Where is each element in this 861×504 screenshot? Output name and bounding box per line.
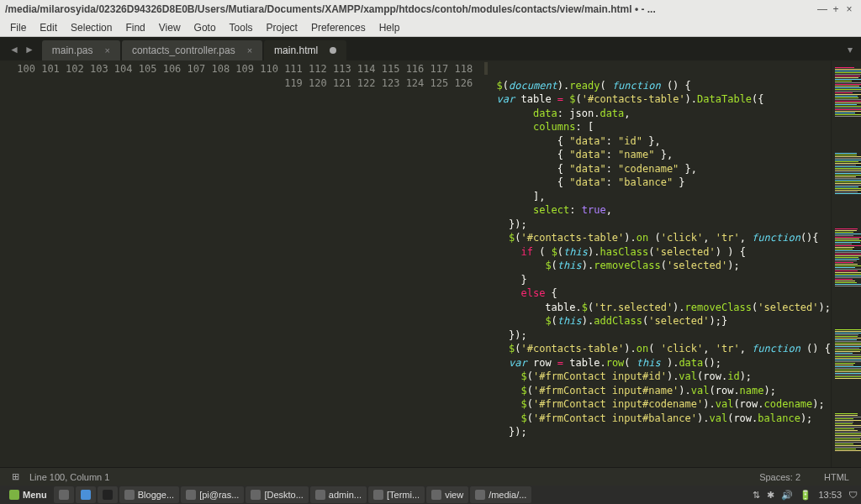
menu-selection[interactable]: Selection	[64, 22, 119, 34]
tab-close-icon[interactable]: ×	[104, 45, 109, 55]
mint-logo-icon	[9, 490, 19, 500]
menu-file[interactable]: File	[3, 22, 33, 34]
terminal-button[interactable]	[98, 486, 118, 503]
window-minimize-button[interactable]: —	[816, 3, 829, 15]
clock[interactable]: 13:53	[818, 490, 842, 500]
nav-forward-icon[interactable]: ►	[22, 44, 37, 55]
shield-icon[interactable]: 🛡	[848, 490, 858, 500]
taskbar-app-label: view	[445, 490, 463, 500]
tab-nav-arrows: ◄ ►	[5, 44, 42, 60]
statusbar-cursor-position[interactable]: Line 100, Column 1	[24, 472, 114, 482]
tab-close-icon[interactable]: ×	[247, 45, 252, 55]
menu-help[interactable]: Help	[372, 22, 407, 34]
start-menu-label: Menu	[23, 490, 47, 500]
bluetooth-icon[interactable]: ✱	[767, 490, 774, 501]
taskbar-app-label: /media/...	[489, 490, 526, 500]
code-editor[interactable]: 100 101 102 103 104 105 106 107 108 109 …	[0, 60, 861, 467]
app-icon	[251, 490, 261, 500]
terminal-icon	[103, 490, 113, 500]
menu-edit[interactable]: Edit	[33, 22, 64, 34]
volume-icon[interactable]: 🔊	[781, 490, 793, 501]
menu-project[interactable]: Project	[260, 22, 304, 34]
battery-icon[interactable]: 🔋	[800, 490, 811, 501]
window-maximize-button[interactable]: +	[829, 3, 843, 15]
window-close-button[interactable]: ×	[843, 3, 856, 15]
file-manager-button[interactable]	[76, 486, 96, 503]
app-icon	[124, 490, 135, 500]
window-titlebar: /media/milarosyida/02326D94326D8E0B/User…	[0, 0, 861, 18]
tab-contacts_controller-pas[interactable]: contacts_controller.pas×	[122, 40, 262, 60]
statusbar: ⊞ Line 100, Column 1 Spaces: 2 HTML	[0, 467, 861, 486]
tab-main-html[interactable]: main.html	[264, 40, 346, 60]
tab-label: main.html	[274, 45, 318, 56]
taskbar-app[interactable]: admin...	[310, 486, 367, 503]
taskbar-app-label: [pi@ras...	[199, 490, 239, 500]
show-desktop-button[interactable]	[54, 486, 74, 503]
tab-bar: ◄ ► main.pas×contacts_controller.pas×mai…	[0, 37, 861, 60]
menu-view[interactable]: View	[152, 22, 188, 34]
taskbar-app-label: [Deskto...	[264, 490, 303, 500]
taskbar-app-label: [Termi...	[387, 490, 420, 500]
desktop-icon	[59, 490, 69, 500]
taskbar-app-label: admin...	[329, 490, 362, 500]
minimap[interactable]	[831, 60, 861, 467]
taskbar-app[interactable]: [Deskto...	[246, 486, 308, 503]
system-tray: ⇅ ✱ 🔊 🔋 13:53 🛡	[753, 490, 858, 501]
modified-dot-icon	[330, 47, 336, 54]
menubar: FileEditSelectionFindViewGotoToolsProjec…	[0, 18, 861, 37]
code-area[interactable]: $(document).ready( function () { var tab…	[479, 60, 831, 467]
taskbar-app-label: Blogge...	[138, 490, 174, 500]
menu-find[interactable]: Find	[119, 22, 151, 34]
app-icon	[431, 490, 441, 500]
menu-tools[interactable]: Tools	[223, 22, 260, 34]
os-taskbar: Menu Blogge...[pi@ras...[Deskto...admin.…	[0, 486, 861, 504]
line-number-gutter: 100 101 102 103 104 105 106 107 108 109 …	[0, 60, 479, 467]
wifi-icon[interactable]: ⇅	[753, 490, 760, 501]
tab-label: contacts_controller.pas	[132, 45, 235, 56]
app-icon	[186, 490, 196, 500]
app-icon	[315, 490, 325, 500]
tab-label: main.pas	[52, 45, 93, 56]
taskbar-app[interactable]: /media/...	[470, 486, 531, 503]
nav-back-icon[interactable]: ◄	[7, 44, 22, 55]
window-title: /media/milarosyida/02326D94326D8E0B/User…	[5, 3, 816, 15]
statusbar-indent[interactable]: Spaces: 2	[754, 472, 806, 482]
app-icon	[475, 490, 485, 500]
menu-goto[interactable]: Goto	[188, 22, 223, 34]
tab-main-pas[interactable]: main.pas×	[42, 40, 120, 60]
menu-preferences[interactable]: Preferences	[304, 22, 372, 34]
tab-dropdown-icon[interactable]: ▾	[848, 44, 861, 60]
statusbar-syntax[interactable]: HTML	[819, 472, 854, 482]
app-icon	[373, 490, 383, 500]
taskbar-app[interactable]: [Termi...	[368, 486, 425, 503]
statusbar-panel-icon[interactable]: ⊞	[7, 471, 24, 482]
start-menu-button[interactable]: Menu	[4, 486, 52, 503]
taskbar-app[interactable]: view	[426, 486, 468, 503]
taskbar-app[interactable]: Blogge...	[119, 486, 179, 503]
taskbar-app[interactable]: [pi@ras...	[181, 486, 244, 503]
folder-icon	[81, 490, 91, 500]
